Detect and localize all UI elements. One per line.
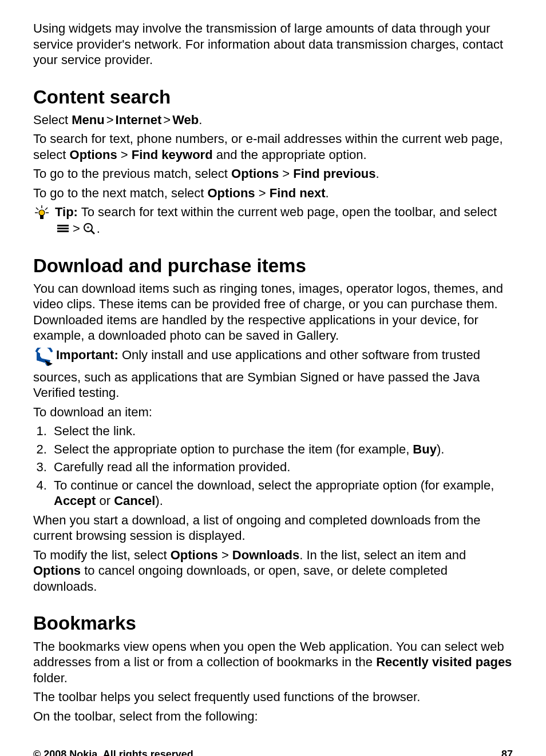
heading-bookmarks: Bookmarks (33, 611, 513, 635)
svg-rect-7 (57, 225, 69, 226)
download-modify-paragraph: To modify the list, select Options > Dow… (33, 547, 513, 595)
svg-line-12 (91, 230, 94, 234)
svg-line-1 (36, 208, 38, 210)
download-steps-intro: To download an item: (33, 404, 513, 420)
toolbar-menu-icon (57, 224, 69, 233)
svg-rect-8 (57, 228, 69, 229)
list-item: Select the link. (50, 423, 513, 439)
list-item: To continue or cancel the download, sele… (50, 478, 513, 509)
important-icon (33, 348, 55, 369)
find-next-paragraph: To go to the next match, select Options … (33, 185, 513, 201)
svg-point-5 (39, 210, 45, 216)
download-session-paragraph: When you start a download, a list of ong… (33, 512, 513, 544)
tip-text: To search for text within the current we… (78, 205, 497, 219)
tip-icon (33, 204, 52, 221)
toolbar-search-icon: + (83, 222, 96, 235)
svg-rect-6 (40, 215, 43, 219)
heading-download-purchase: Download and purchase items (33, 254, 513, 277)
copyright-text: © 2008 Nokia. All rights reserved. (33, 748, 196, 756)
page-footer: © 2008 Nokia. All rights reserved. 87 (33, 748, 513, 756)
download-intro-paragraph: You can download items such as ringing t… (33, 281, 513, 344)
important-label: Important: (56, 348, 118, 362)
list-item: Select the appropriate option to purchas… (50, 441, 513, 457)
find-previous-paragraph: To go to the previous match, select Opti… (33, 166, 513, 182)
heading-content-search: Content search (33, 85, 513, 109)
svg-rect-9 (57, 230, 69, 232)
svg-text:+: + (86, 225, 89, 230)
important-block: Important: Only install and use applicat… (33, 347, 513, 401)
intro-paragraph: Using widgets may involve the transmissi… (33, 21, 513, 68)
find-keyword-paragraph: To search for text, phone numbers, or e-… (33, 131, 513, 162)
download-steps-list: Select the link. Select the appropriate … (33, 423, 513, 509)
bookmarks-select-paragraph: On the toolbar, select from the followin… (33, 709, 513, 725)
tip-block: Tip: To search for text within the curre… (33, 204, 513, 236)
svg-line-2 (45, 208, 48, 210)
page-number: 87 (501, 748, 513, 756)
bookmarks-toolbar-paragraph: The toolbar helps you select frequently … (33, 689, 513, 705)
bookmarks-intro-paragraph: The bookmarks view opens when you open t… (33, 639, 513, 686)
svg-marker-13 (37, 351, 50, 364)
list-item: Carefully read all the information provi… (50, 459, 513, 475)
tip-label: Tip: (55, 205, 78, 219)
nav-path: Select Menu>Internet>Web. (33, 112, 513, 128)
